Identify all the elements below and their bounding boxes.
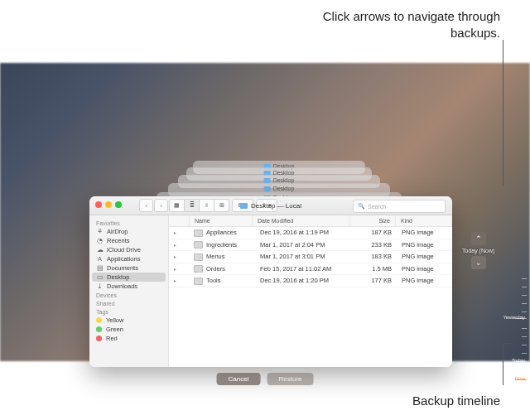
- timeline-label-today: Today: [492, 358, 525, 363]
- forward-button[interactable]: ›: [154, 199, 168, 212]
- sidebar-tag-red[interactable]: Red: [89, 334, 168, 343]
- file-icon: [194, 229, 203, 237]
- file-icon: [194, 265, 203, 273]
- sidebar-heading-tags: Tags: [89, 307, 168, 316]
- file-size: 177 KB: [352, 275, 397, 287]
- file-kind: PNG image: [397, 239, 452, 251]
- disclosure-icon[interactable]: ▸: [169, 263, 189, 275]
- file-name: Appliances: [189, 227, 255, 239]
- view-icon-grid[interactable]: ▦: [169, 199, 185, 212]
- sidebar-tag-green[interactable]: Green: [89, 325, 168, 334]
- sidebar-icon: ☁: [96, 246, 104, 253]
- file-date: Mar 1, 2017 at 2:04 PM: [255, 239, 352, 251]
- sidebar-icon: A: [96, 255, 104, 263]
- file-icon: [194, 241, 203, 249]
- view-icon-columns[interactable]: ⫴: [200, 199, 214, 212]
- timeline-label-now: Now: [492, 376, 525, 381]
- search-input[interactable]: 🔍 Search: [353, 200, 446, 213]
- back-button[interactable]: ‹: [139, 199, 153, 212]
- sidebar-item-icloud-drive[interactable]: ☁iCloud Drive: [89, 245, 168, 254]
- minimize-button[interactable]: [105, 201, 112, 208]
- annotation-bottom: Backup timeline: [335, 393, 500, 409]
- sidebar-item-label: Applications: [107, 255, 140, 263]
- cancel-button[interactable]: Cancel: [217, 373, 261, 385]
- file-name: Tools: [189, 275, 255, 287]
- file-kind: PNG image: [397, 263, 452, 275]
- backup-prev-button[interactable]: ⌃: [471, 232, 486, 245]
- sidebar-item-label: iCloud Drive: [107, 246, 141, 253]
- view-switcher[interactable]: ▦ ≣ ⫴ ⊞: [169, 199, 229, 212]
- annotation-top: Click arrows to navigate through backups…: [293, 8, 500, 41]
- close-button[interactable]: [95, 201, 102, 208]
- sidebar-icon: ▤: [96, 264, 104, 272]
- col-size[interactable]: Size: [350, 215, 396, 226]
- titlebar: ‹ › ▦ ≣ ⫴ ⊞ ⚙ ▾ ⇪ ▾ Desktop — Local 🔍 Se…: [89, 196, 452, 215]
- file-date: Mar 1, 2017 at 3:01 PM: [255, 251, 352, 263]
- view-icon-gallery[interactable]: ⊞: [214, 199, 229, 212]
- file-date: Feb 15, 2017 at 11:02 AM: [255, 263, 352, 275]
- col-name[interactable]: Name: [190, 215, 253, 226]
- sidebar-item-label: Documents: [107, 264, 138, 272]
- disclosure-icon[interactable]: ▸: [169, 239, 189, 251]
- backup-next-button[interactable]: ⌄: [471, 256, 486, 269]
- finder-window: ‹ › ▦ ≣ ⫴ ⊞ ⚙ ▾ ⇪ ▾ Desktop — Local 🔍 Se…: [89, 196, 452, 367]
- restore-button[interactable]: Restore: [267, 373, 313, 385]
- backup-timeline[interactable]: Yesterday Today Now: [502, 133, 527, 418]
- col-kind[interactable]: Kind: [396, 215, 452, 226]
- file-size: 233 KB: [352, 239, 397, 251]
- sidebar-item-label: Green: [106, 326, 123, 333]
- file-name: Ingredients: [189, 239, 255, 251]
- search-icon: 🔍: [358, 203, 365, 210]
- sidebar-item-label: Yellow: [106, 316, 123, 324]
- view-icon-list[interactable]: ≣: [185, 199, 200, 212]
- file-name: Orders: [189, 263, 255, 275]
- sidebar-item-label: Downloads: [107, 282, 137, 290]
- window-title: Desktop — Local: [240, 202, 301, 210]
- column-headers[interactable]: Name Date Modified Size Kind: [169, 215, 452, 227]
- file-row[interactable]: ▸ToolsDec 19, 2016 at 1:20 PM177 KBPNG i…: [169, 275, 452, 287]
- sidebar-icon: ⚘: [96, 228, 104, 235]
- disclosure-icon[interactable]: ▸: [169, 275, 189, 287]
- sidebar-icon: ◔: [96, 237, 104, 244]
- annotation-leader: [504, 343, 511, 344]
- file-name: Menus: [189, 251, 255, 263]
- file-icon: [194, 278, 203, 285]
- tag-dot-icon: [96, 317, 102, 323]
- sidebar-heading-shared: Shared: [89, 299, 168, 307]
- file-row[interactable]: ▸MenusMar 1, 2017 at 3:01 PM183 KBPNG im…: [169, 251, 452, 263]
- zoom-button[interactable]: [115, 201, 122, 208]
- disclosure-icon[interactable]: ▸: [169, 227, 189, 239]
- sidebar-item-documents[interactable]: ▤Documents: [89, 263, 168, 273]
- backup-current-label: Today (Now): [462, 248, 494, 253]
- sidebar-tag-yellow[interactable]: Yellow: [89, 316, 168, 325]
- tag-dot-icon: [96, 326, 102, 332]
- file-kind: PNG image: [397, 275, 452, 287]
- sidebar-item-label: Recents: [107, 237, 130, 244]
- sidebar-item-downloads[interactable]: ⤓Downloads: [89, 282, 168, 291]
- sidebar-item-label: AirDrop: [107, 228, 128, 235]
- file-row[interactable]: ▸IngredientsMar 1, 2017 at 2:04 PM233 KB…: [169, 239, 452, 252]
- file-row[interactable]: ▸AppliancesDec 19, 2016 at 1:19 PM187 KB…: [169, 227, 452, 239]
- file-size: 183 KB: [352, 251, 397, 263]
- sidebar-heading-favorites: Favorites: [89, 219, 168, 227]
- sidebar-item-desktop[interactable]: ▭Desktop: [92, 273, 166, 282]
- sidebar-icon: ⤓: [96, 282, 104, 290]
- file-date: Dec 19, 2016 at 1:19 PM: [255, 227, 352, 239]
- file-kind: PNG image: [397, 227, 452, 239]
- col-date[interactable]: Date Modified: [253, 215, 350, 226]
- file-icon: [194, 253, 203, 261]
- sidebar-item-recents[interactable]: ◔Recents: [89, 236, 168, 245]
- sidebar-heading-devices: Devices: [89, 291, 168, 299]
- tag-dot-icon: [96, 336, 102, 341]
- file-date: Dec 19, 2016 at 1:20 PM: [255, 275, 352, 287]
- sidebar-item-applications[interactable]: AApplications: [89, 254, 168, 263]
- file-size: 187 KB: [352, 227, 397, 239]
- file-list: Name Date Modified Size Kind ▸Appliances…: [169, 215, 452, 367]
- annotation-leader: [503, 40, 504, 186]
- sidebar: Favorites ⚘AirDrop◔Recents☁iCloud DriveA…: [89, 215, 169, 367]
- sidebar-item-label: Desktop: [107, 273, 130, 281]
- disclosure-icon[interactable]: ▸: [169, 251, 189, 263]
- sidebar-item-airdrop[interactable]: ⚘AirDrop: [89, 227, 168, 236]
- file-kind: PNG image: [397, 251, 452, 263]
- file-row[interactable]: ▸OrdersFeb 15, 2017 at 11:02 AM1.5 MBPNG…: [169, 263, 452, 276]
